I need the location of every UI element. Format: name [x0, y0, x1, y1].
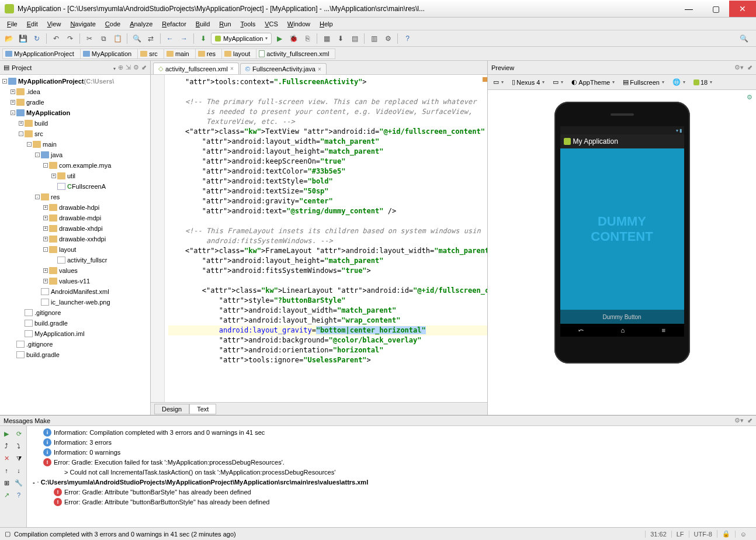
tab-design[interactable]: Design — [154, 404, 189, 414]
device-selector[interactable]: ▯Nexus 4 — [509, 77, 547, 87]
refresh-icon[interactable]: ⚙ — [747, 94, 752, 101]
make-icon[interactable]: ⬇ — [197, 32, 210, 45]
tree-item[interactable]: -java — [0, 150, 150, 160]
menu-help[interactable]: Help — [315, 19, 338, 29]
encoding[interactable]: UTF-8 — [689, 531, 717, 538]
help-icon[interactable]: ? — [401, 32, 414, 45]
settings-icon[interactable]: ⚙ — [382, 32, 394, 45]
editor-tab[interactable]: ◇activity_fullscreen.xml× — [153, 63, 239, 74]
tree-item[interactable]: -layout — [0, 244, 150, 255]
tree-item[interactable]: -src — [0, 129, 150, 139]
structure-icon[interactable]: ▥ — [367, 32, 380, 45]
tree-item[interactable]: activity_fullscr — [0, 255, 150, 265]
search-everywhere-icon[interactable]: 🔍 — [737, 32, 750, 45]
menu-run[interactable]: Run — [214, 19, 235, 29]
message-row[interactable]: !Error: Gradle: Execution failed for tas… — [29, 457, 754, 467]
sync-icon[interactable]: ↻ — [30, 32, 43, 45]
tree-item[interactable]: +values-v11 — [0, 276, 150, 286]
find-icon[interactable]: 🔍 — [130, 32, 143, 45]
run-icon[interactable]: ▶ — [273, 32, 286, 45]
stop-icon[interactable]: ✕ — [1, 453, 12, 463]
hector-icon[interactable]: ☺ — [735, 531, 751, 538]
tree-item[interactable]: -com.example.mya — [0, 160, 150, 171]
tree-item[interactable]: +drawable-xhdpi — [0, 223, 150, 234]
crumb-layout[interactable]: layout — [221, 49, 256, 59]
line-sep[interactable]: LF — [671, 531, 689, 538]
save-icon[interactable]: 💾 — [16, 32, 29, 45]
activity-selector[interactable]: ▤Fullscreen — [620, 77, 667, 87]
tree-item[interactable]: AndroidManifest.xml — [0, 286, 150, 297]
tree-item[interactable]: +.idea — [0, 86, 150, 97]
tree-item[interactable]: -res — [0, 192, 150, 202]
up-arrow-icon[interactable]: ↑ — [1, 465, 12, 476]
attach-icon[interactable]: ⎘ — [301, 32, 314, 45]
tree-item[interactable]: +drawable-hdpi — [0, 202, 150, 213]
lock-icon[interactable]: 🔒 — [717, 530, 735, 538]
api-selector[interactable]: 18 — [691, 78, 715, 87]
paste-icon[interactable]: 📋 — [111, 32, 124, 45]
filter-icon[interactable]: ⧩ — [13, 453, 24, 463]
wrench-icon[interactable]: 🔧 — [13, 477, 24, 488]
menu-vcs[interactable]: VCS — [260, 19, 283, 29]
redo-icon[interactable]: ↷ — [64, 32, 77, 45]
tree-item[interactable]: MyApplication.iml — [0, 328, 150, 339]
tree-item[interactable]: +drawable-mdpi — [0, 213, 150, 223]
gear-icon[interactable]: ⚙▾ — [734, 64, 744, 71]
message-row[interactable]: !Error: Gradle: Attribute "buttonBarButt… — [29, 497, 754, 507]
close-tab-icon[interactable]: × — [318, 66, 321, 72]
tree-item[interactable]: .gitignore — [0, 339, 150, 349]
minimize-button[interactable]: — — [675, 1, 702, 17]
project-view-icon[interactable]: ▤ — [4, 64, 9, 71]
forward-icon[interactable]: → — [178, 32, 190, 45]
scroll-to-source-icon[interactable]: ⊕ — [118, 64, 123, 71]
orientation-selector[interactable]: ▭ — [490, 77, 507, 87]
menu-build[interactable]: Build — [191, 19, 214, 29]
undo-icon[interactable]: ↶ — [50, 32, 63, 45]
cut-icon[interactable]: ✂ — [83, 32, 96, 45]
theme-selector[interactable]: ◐AppTheme — [568, 77, 618, 87]
tree-item[interactable]: +gradle — [0, 97, 150, 108]
config-selector[interactable]: ▭ — [550, 77, 566, 87]
replace-icon[interactable]: ⇄ — [144, 32, 157, 45]
debug-icon[interactable]: 🐞 — [287, 32, 300, 45]
rerun-icon[interactable]: ▶ — [1, 428, 12, 439]
message-row[interactable]: -C:\Users\myumla\AndroidStudioProjects\M… — [29, 477, 754, 487]
expand-icon[interactable]: ⊞ — [1, 477, 12, 488]
message-row[interactable]: iInformation: 0 warnings — [29, 447, 754, 457]
tree-item[interactable]: ic_launcher-web.png — [0, 297, 150, 307]
crumb-main[interactable]: main — [164, 49, 196, 59]
crumb-res[interactable]: res — [195, 49, 222, 59]
down-icon[interactable]: ⤵ — [13, 441, 24, 451]
gear-icon[interactable]: ⚙▾ — [734, 417, 744, 424]
menu-window[interactable]: Window — [283, 19, 315, 29]
rerun2-icon[interactable]: ⟳ — [13, 428, 24, 439]
menu-view[interactable]: View — [43, 19, 66, 29]
tab-text[interactable]: Text — [189, 404, 216, 414]
maximize-button[interactable]: ▢ — [702, 1, 729, 17]
tree-item[interactable]: +build — [0, 118, 150, 129]
close-button[interactable]: ✕ — [729, 1, 756, 17]
crumb-activity_fullscreen.xml[interactable]: activity_fullscreen.xml — [256, 49, 335, 59]
tree-item[interactable]: .gitignore — [0, 307, 150, 318]
pin-icon[interactable]: ⤴ — [1, 441, 12, 451]
tree-item[interactable]: +drawable-xxhdpi — [0, 234, 150, 244]
ddms-icon[interactable]: ▤ — [348, 32, 361, 45]
menu-refactor[interactable]: Refactor — [157, 19, 191, 29]
crumb-MyApplication[interactable]: MyApplication — [80, 49, 138, 59]
hide-icon[interactable]: ⬋ — [141, 64, 147, 71]
hide-icon[interactable]: ⬋ — [747, 417, 752, 424]
editor-tab[interactable]: ©FullscreenActivity.java× — [240, 63, 327, 74]
tree-item[interactable]: build.gradle — [0, 349, 150, 360]
menu-code[interactable]: Code — [100, 19, 125, 29]
status-icon[interactable]: ▢ — [5, 530, 11, 538]
run-config-selector[interactable]: MyApplication ▾ — [211, 33, 272, 44]
tree-item[interactable]: C FullscreenA — [0, 181, 150, 192]
export-icon[interactable]: ↗ — [1, 490, 12, 500]
menu-analyze[interactable]: Analyze — [125, 19, 157, 29]
tree-item[interactable]: -MyApplicationProject (C:\Users\ — [0, 76, 150, 86]
tree-item[interactable]: build.gradle — [0, 318, 150, 328]
avd-icon[interactable]: ▦ — [320, 32, 333, 45]
hide-icon[interactable]: ⬋ — [747, 64, 752, 71]
messages-tree[interactable]: iInformation: Compilation completed with… — [27, 426, 756, 527]
collapse-icon[interactable]: ⇲ — [126, 64, 131, 71]
